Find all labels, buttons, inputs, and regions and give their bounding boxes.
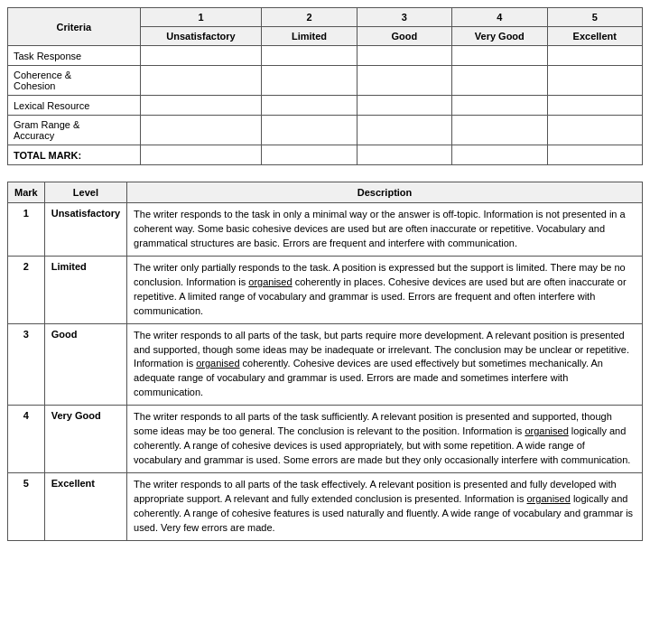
col5-num: 5 [547, 8, 642, 27]
score-cell [547, 96, 642, 116]
score-cell [357, 96, 451, 116]
score-cell [140, 46, 262, 66]
score-cell [262, 145, 357, 165]
level-cell: Very Good [44, 406, 126, 473]
level-cell: Excellent [44, 473, 126, 541]
score-cell [452, 96, 547, 116]
description-header: Description [127, 182, 643, 203]
mark-cell: 1 [8, 203, 45, 257]
col2-label: Limited [262, 27, 357, 46]
desc-cell: The writer only partially responds to th… [127, 256, 643, 323]
mark-cell: 3 [8, 323, 45, 406]
score-cell [140, 96, 262, 116]
score-cell [452, 66, 547, 96]
col3-label: Good [357, 27, 451, 46]
score-cell [452, 145, 547, 165]
score-cell [547, 116, 642, 145]
score-cell [452, 46, 547, 66]
desc-table-row: 1UnsatisfactoryThe writer responds to th… [8, 203, 643, 257]
criteria-cell: Coherence & Cohesion [8, 66, 141, 96]
level-cell: Limited [44, 256, 126, 323]
mark-header: Mark [8, 182, 45, 203]
criteria-cell: Task Response [8, 46, 141, 66]
score-cell [357, 66, 451, 96]
col1-num: 1 [140, 8, 262, 27]
col3-num: 3 [357, 8, 451, 27]
desc-cell: The writer responds to the task in only … [127, 203, 643, 257]
desc-cell: The writer responds to all parts of the … [127, 406, 643, 473]
desc-cell: The writer responds to all parts of the … [127, 473, 643, 541]
score-cell [262, 66, 357, 96]
score-cell [357, 145, 451, 165]
score-cell [357, 116, 451, 145]
score-cell [140, 116, 262, 145]
score-cell [452, 116, 547, 145]
desc-table-row: 2LimitedThe writer only partially respon… [8, 256, 643, 323]
desc-table-row: 4Very GoodThe writer responds to all par… [8, 406, 643, 473]
mark-cell: 2 [8, 256, 45, 323]
desc-cell: The writer responds to all parts of the … [127, 323, 643, 406]
score-cell [262, 46, 357, 66]
mark-cell: 4 [8, 406, 45, 473]
col1-label: Unsatisfactory [140, 27, 262, 46]
criteria-cell: Gram Range & Accuracy [8, 116, 141, 145]
score-cell [140, 145, 262, 165]
description-table: Mark Level Description 1UnsatisfactoryTh… [7, 182, 643, 541]
col4-num: 4 [452, 8, 547, 27]
criteria-cell: TOTAL MARK: [8, 145, 141, 165]
score-cell [140, 66, 262, 96]
score-cell [357, 46, 451, 66]
score-cell [547, 46, 642, 66]
grading-table: Criteria 1 2 3 4 5 Unsatisfactory Limite… [7, 7, 643, 165]
criteria-header: Criteria [8, 8, 141, 46]
mark-cell: 5 [8, 473, 45, 541]
col2-num: 2 [262, 8, 357, 27]
score-cell [262, 116, 357, 145]
desc-table-row: 5ExcellentThe writer responds to all par… [8, 473, 643, 541]
desc-table-row: 3GoodThe writer responds to all parts of… [8, 323, 643, 406]
criteria-cell: Lexical Resource [8, 96, 141, 116]
level-cell: Unsatisfactory [44, 203, 126, 257]
score-cell [547, 66, 642, 96]
score-cell [262, 96, 357, 116]
score-cell [547, 145, 642, 165]
level-cell: Good [44, 323, 126, 406]
col5-label: Excellent [547, 27, 642, 46]
level-header: Level [44, 182, 126, 203]
col4-label: Very Good [452, 27, 547, 46]
